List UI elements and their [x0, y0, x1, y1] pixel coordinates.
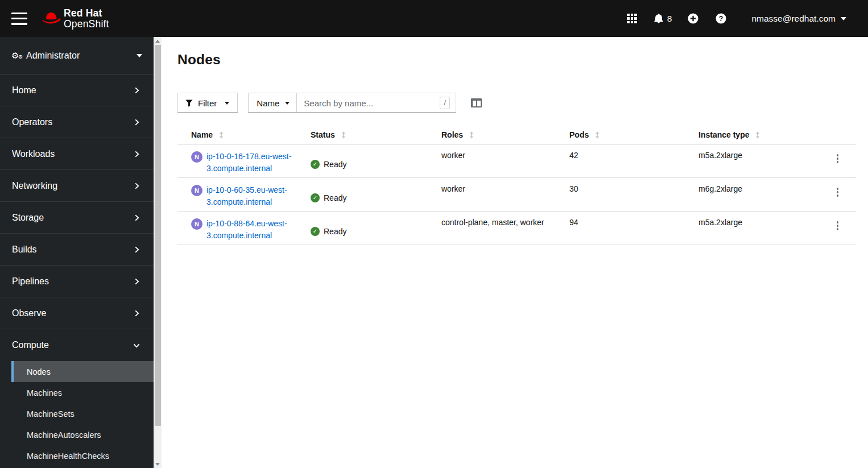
scrollbar-down-arrow[interactable] — [154, 460, 162, 468]
kebab-menu-icon[interactable] — [832, 186, 844, 211]
sidebar-subitem-machinehealthchecks[interactable]: MachineHealthChecks — [11, 445, 154, 466]
node-pods-count: 42 — [569, 144, 698, 177]
column-header-roles[interactable]: Roles — [441, 125, 569, 144]
cogs-icon: ⚙⚙ — [11, 50, 25, 61]
sidebar-item-workloads[interactable]: Workloads — [0, 138, 154, 170]
filter-dropdown[interactable]: Filter — [177, 93, 238, 113]
hamburger-menu-icon[interactable] — [11, 13, 27, 25]
notifications-button[interactable]: 8 — [654, 14, 672, 24]
main-content: Nodes Filter Name / — [162, 37, 868, 468]
sidebar-item-pipelines[interactable]: Pipelines — [0, 266, 154, 297]
sidebar-item-label: Home — [12, 85, 36, 96]
chevron-right-icon — [134, 246, 140, 253]
search-attribute-label: Name — [257, 98, 279, 108]
search-input[interactable] — [297, 93, 456, 113]
sidebar-item-builds[interactable]: Builds — [0, 234, 154, 266]
column-header-status[interactable]: Status — [311, 125, 441, 144]
node-status: ✓ Ready — [311, 144, 441, 177]
sidebar-subitem-nodes[interactable]: Nodes — [11, 361, 154, 382]
redhat-openshift-logo[interactable]: Red Hat OpenShift — [42, 8, 109, 30]
subnav-item-label: Nodes — [27, 367, 51, 376]
scrollbar-thumb[interactable] — [155, 45, 161, 426]
sidebar-scrollbar[interactable] — [154, 37, 162, 468]
sidebar-item-storage[interactable]: Storage — [0, 202, 154, 234]
app-launcher-icon[interactable] — [627, 14, 637, 24]
table-row: N ip-10-0-60-35.eu-west-3.compute.intern… — [177, 178, 856, 212]
subnav-item-label: MachineHealthChecks — [27, 452, 109, 461]
perspective-switcher[interactable]: ⚙⚙ Administrator — [0, 37, 154, 74]
node-roles: control-plane, master, worker — [441, 212, 569, 245]
node-instance-type: m5a.2xlarge — [698, 144, 819, 177]
sidebar-item-observe[interactable]: Observe — [0, 297, 154, 329]
help-button[interactable]: ? — [716, 13, 726, 24]
sidebar-subitem-machineautoscalers[interactable]: MachineAutoscalers — [11, 424, 154, 445]
grid-icon — [627, 14, 637, 24]
quick-create-button[interactable] — [688, 13, 698, 24]
node-name-link[interactable]: ip-10-0-16-178.eu-west-3.compute.interna… — [206, 151, 299, 175]
user-menu[interactable]: nmasse@redhat.com — [751, 14, 846, 24]
masthead-toolbar: 8 ? nmasse@redhat.com — [627, 13, 868, 24]
sidebar-item-label: Builds — [12, 245, 37, 255]
ready-check-icon: ✓ — [311, 193, 320, 202]
column-header-name[interactable]: Name — [177, 125, 311, 144]
chevron-right-icon — [134, 119, 140, 126]
scrollbar-up-arrow[interactable] — [154, 37, 162, 45]
caret-down-icon — [225, 102, 229, 105]
kebab-menu-icon[interactable] — [832, 152, 844, 177]
sort-icon — [341, 131, 346, 139]
sort-icon — [469, 131, 474, 139]
caret-down-icon — [285, 102, 290, 105]
node-instance-type: m6g.2xlarge — [698, 178, 819, 211]
filter-funnel-icon — [185, 100, 193, 107]
svg-text:?: ? — [719, 15, 724, 23]
compute-subnav: Nodes Machines MachineSets MachineAutosc… — [0, 361, 154, 468]
chevron-right-icon — [134, 214, 140, 221]
status-text: Ready — [324, 227, 346, 236]
sidebar-nav: ⚙⚙ Administrator Home Operators Workload… — [0, 37, 154, 468]
node-roles: worker — [441, 144, 569, 177]
brand-text: Red Hat OpenShift — [64, 8, 109, 30]
masthead: Red Hat OpenShift 8 — [0, 0, 868, 37]
notification-count-badge: 8 — [667, 14, 672, 24]
node-roles: worker — [441, 178, 569, 211]
chevron-right-icon — [134, 310, 140, 317]
subnav-item-label: MachineSets — [27, 409, 75, 419]
page-title: Nodes — [177, 52, 856, 68]
subnav-item-label: MachineAutoscalers — [27, 430, 101, 440]
column-header-pods[interactable]: Pods — [569, 125, 698, 144]
sidebar-item-operators[interactable]: Operators — [0, 106, 154, 138]
keyboard-shortcut-hint: / — [440, 97, 450, 109]
ready-check-icon: ✓ — [311, 160, 320, 169]
redhat-fedora-icon — [42, 11, 62, 27]
sidebar-item-home[interactable]: Home — [0, 74, 154, 106]
status-text: Ready — [324, 193, 346, 202]
user-name: nmasse@redhat.com — [751, 14, 836, 24]
column-header-instance-type[interactable]: Instance type — [698, 125, 819, 144]
node-name-link[interactable]: ip-10-0-60-35.eu-west-3.compute.internal — [206, 184, 299, 208]
manage-columns-button[interactable] — [471, 98, 482, 107]
sidebar-item-compute[interactable]: Compute — [0, 329, 154, 361]
sidebar-item-label: Workloads — [12, 149, 55, 159]
chevron-right-icon — [134, 151, 140, 158]
chevron-right-icon — [134, 183, 140, 189]
plus-circle-icon — [688, 13, 698, 24]
node-status: ✓ Ready — [311, 212, 441, 245]
sidebar-subitem-machinesets[interactable]: MachineSets — [11, 403, 154, 424]
search-attribute-dropdown[interactable]: Name — [248, 93, 297, 113]
chevron-down-icon — [133, 342, 140, 349]
node-status: ✓ Ready — [311, 178, 441, 211]
brand-line2: OpenShift — [64, 19, 109, 30]
node-instance-type: m5a.2xlarge — [698, 212, 819, 245]
node-pods-count: 30 — [569, 178, 698, 211]
table-row: N ip-10-0-16-178.eu-west-3.compute.inter… — [177, 144, 856, 178]
kebab-menu-icon[interactable] — [832, 219, 844, 245]
sidebar-subitem-machines[interactable]: Machines — [11, 382, 154, 403]
node-pods-count: 94 — [569, 212, 698, 245]
openshift-console: Red Hat OpenShift 8 — [0, 0, 868, 468]
sidebar-item-networking[interactable]: Networking — [0, 170, 154, 202]
caret-down-icon — [137, 54, 142, 57]
sidebar-item-label: Operators — [12, 117, 52, 127]
node-resource-badge: N — [191, 151, 202, 163]
node-name-link[interactable]: ip-10-0-88-64.eu-west-3.compute.internal — [206, 218, 299, 242]
sidebar-item-label: Networking — [12, 181, 57, 191]
